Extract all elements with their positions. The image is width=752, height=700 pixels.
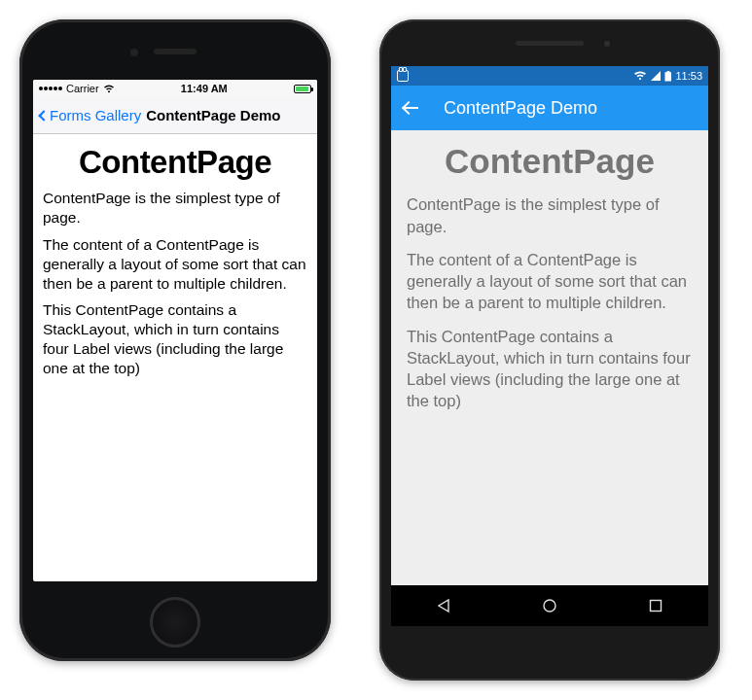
android-status-time: 11:53	[675, 70, 702, 82]
chevron-left-icon	[38, 110, 49, 121]
paragraph-1: ContentPage is the simplest type of page…	[43, 189, 307, 228]
svg-rect-1	[650, 601, 661, 612]
ios-status-right	[294, 85, 311, 93]
android-status-right: 11:53	[633, 70, 702, 82]
iphone-screen: Carrier 11:49 AM Forms Gallery ContentPa…	[33, 80, 317, 581]
android-app-bar: ContentPage Demo	[391, 86, 708, 130]
android-camera-dot	[604, 41, 610, 47]
wifi-icon	[633, 71, 647, 81]
android-head-icon	[397, 70, 409, 82]
cell-signal-icon	[651, 71, 661, 81]
ios-page-content: ContentPage ContentPage is the simplest …	[33, 134, 317, 581]
signal-dots-icon	[39, 87, 62, 90]
nav-home-icon[interactable]	[542, 598, 557, 613]
wifi-icon	[103, 85, 115, 93]
iphone-device-frame: Carrier 11:49 AM Forms Gallery ContentPa…	[19, 19, 331, 661]
android-status-bar: 11:53	[391, 66, 708, 86]
android-device-frame: 11:53 ContentPage Demo ContentPage Conte…	[379, 19, 720, 681]
android-status-left	[397, 70, 409, 82]
nav-recent-icon[interactable]	[648, 598, 663, 613]
ios-nav-title: ContentPage Demo	[146, 107, 280, 123]
paragraph-3: This ContentPage contains a StackLayout,…	[43, 300, 307, 377]
paragraph-1: ContentPage is the simplest type of page…	[407, 193, 693, 237]
svg-point-0	[544, 600, 555, 612]
ios-back-label: Forms Gallery	[50, 107, 141, 123]
iphone-camera-dot	[130, 49, 138, 56]
android-system-nav	[391, 585, 708, 626]
paragraph-2: The content of a ContentPage is generall…	[407, 249, 693, 314]
android-back-button[interactable]	[403, 99, 420, 117]
battery-icon	[294, 85, 311, 93]
page-heading: ContentPage	[43, 142, 307, 183]
android-speaker-grill	[516, 41, 584, 46]
iphone-home-button[interactable]	[150, 597, 200, 648]
ios-status-time: 11:49 AM	[115, 83, 294, 94]
ios-nav-bar: Forms Gallery ContentPage Demo	[33, 97, 317, 134]
ios-status-left: Carrier	[39, 83, 115, 94]
battery-charging-icon	[664, 71, 671, 82]
page-heading: ContentPage	[407, 138, 693, 184]
ios-status-bar: Carrier 11:49 AM	[33, 80, 317, 97]
nav-back-icon[interactable]	[436, 598, 451, 613]
android-page-content: ContentPage ContentPage is the simplest …	[391, 130, 708, 585]
android-appbar-title: ContentPage Demo	[444, 98, 597, 119]
paragraph-3: This ContentPage contains a StackLayout,…	[407, 326, 693, 412]
carrier-label: Carrier	[66, 83, 99, 94]
paragraph-2: The content of a ContentPage is generall…	[43, 235, 307, 293]
ios-back-button[interactable]: Forms Gallery	[37, 107, 145, 123]
iphone-speaker-grill	[154, 49, 197, 54]
android-screen: 11:53 ContentPage Demo ContentPage Conte…	[391, 66, 708, 626]
